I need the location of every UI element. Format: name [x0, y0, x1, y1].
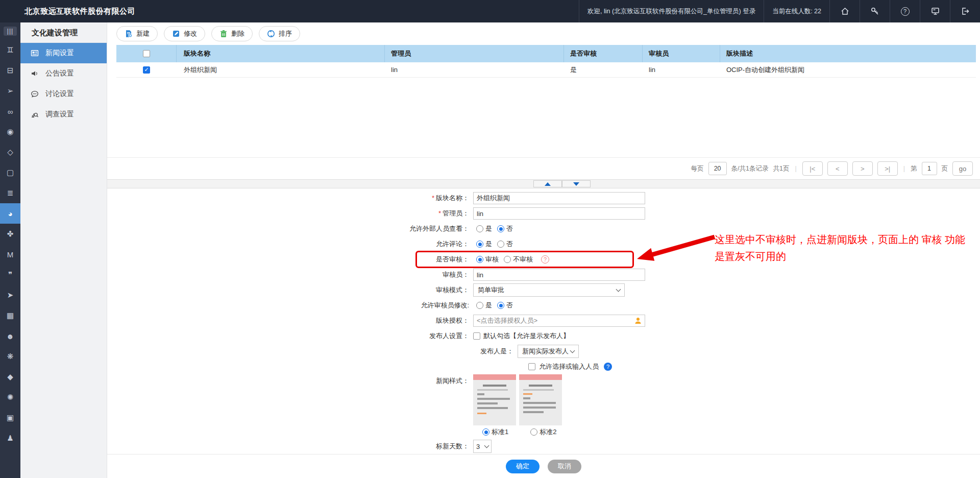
page-number-input[interactable]: 1	[922, 162, 937, 175]
external-view-yes-radio[interactable]: 是	[476, 224, 492, 233]
allow-input-help-icon[interactable]	[604, 363, 612, 371]
logout-icon[interactable]	[950, 0, 980, 22]
name-label: 版块名称：	[436, 194, 469, 202]
new-days-label: 标新天数：	[107, 442, 473, 451]
required-mark: *	[438, 209, 441, 217]
hex-flower-icon[interactable]: ❋	[0, 346, 20, 367]
app-icon-rail: ||| ♊ ⊟ ➢ ∞ ◉ ◇ ▢ ≣ ◕ ✤ M ❞ ➤ ▦ ☻ ❋ ◆ ✺ …	[0, 22, 20, 478]
row-checkbox[interactable]	[143, 66, 150, 74]
total-pages-label: 共1页	[773, 164, 790, 173]
audit-no-radio[interactable]: 不审核	[504, 255, 533, 264]
topbar-right: 欢迎, lin (北京致远互联软件股份有限公司_单位管理员) 登录 当前在线人数…	[579, 0, 980, 22]
name-input[interactable]	[473, 192, 645, 204]
gear-icon[interactable]: ✺	[0, 387, 20, 408]
modify-button[interactable]: 修改	[164, 26, 205, 41]
letter-m-icon[interactable]: M	[0, 244, 20, 265]
auditor-input[interactable]	[473, 269, 645, 281]
monitor-icon[interactable]	[920, 0, 950, 22]
sidebar-item-survey-settings[interactable]: 调查设置	[20, 104, 107, 125]
audit-mode-select[interactable]: 简单审批	[473, 283, 625, 297]
list-empty-space	[107, 78, 980, 157]
form-row-authorize: 版块授权： <点击选择授权人员>	[107, 313, 980, 328]
page-size-input[interactable]: 20	[708, 162, 727, 175]
cube-icon[interactable]: ◆	[0, 367, 20, 387]
sidebar-item-label: 公告设置	[45, 69, 74, 78]
sort-button[interactable]: 排序	[259, 26, 300, 41]
id-card-icon[interactable]: ⊟	[0, 60, 20, 81]
authorize-input[interactable]: <点击选择授权人员>	[473, 315, 645, 327]
comments-no-radio[interactable]: 否	[497, 240, 513, 249]
key-icon[interactable]	[860, 0, 890, 22]
cancel-button[interactable]: 取消	[548, 460, 581, 473]
go-button[interactable]: go	[952, 161, 973, 176]
collapse-down-button[interactable]	[562, 180, 591, 187]
audit-help-icon[interactable]	[541, 255, 549, 264]
external-view-no-radio[interactable]: 否	[497, 224, 513, 233]
column-header-name: 版块名称	[177, 45, 385, 62]
style2-radio[interactable]: 标准2	[530, 427, 556, 437]
form-row-publisher-is: 发布人是： 新闻实际发布人	[107, 344, 980, 359]
bar-chart-icon[interactable]: ▦	[0, 305, 20, 326]
cell-audited: 是	[564, 62, 643, 77]
person-icon[interactable]: ♟	[0, 428, 20, 448]
style1-radio[interactable]: 标准1	[482, 427, 508, 437]
app-clover-icon[interactable]: ✤	[0, 224, 20, 244]
prev-page-button[interactable]: <	[827, 161, 848, 176]
workflow-icon[interactable]: ∞	[0, 101, 20, 122]
paper-plane-icon[interactable]: ➤	[0, 285, 20, 305]
sidebar-item-announcement-settings[interactable]: 公告设置	[20, 63, 107, 84]
stack-icon[interactable]: ≣	[0, 183, 20, 203]
auditor-modify-yes-radio[interactable]: 是	[476, 301, 492, 310]
robot-icon[interactable]: ☻	[0, 326, 20, 346]
cursor-icon[interactable]: ➢	[0, 81, 20, 101]
home-icon[interactable]	[829, 0, 860, 22]
allow-input-checkbox[interactable]	[528, 363, 535, 370]
culture-fan-icon[interactable]: ◕	[0, 203, 20, 224]
form-row-auditor-modify: 允许审核员修改: 是 否	[107, 298, 980, 313]
sidebar-item-news-settings[interactable]: 新闻设置	[20, 43, 107, 63]
sidebar-item-discussion-settings[interactable]: 讨论设置	[20, 84, 107, 104]
ok-button[interactable]: 确定	[506, 460, 540, 473]
chevron-down-icon	[616, 286, 621, 292]
publisher-is-label: 发布人是：	[107, 347, 518, 356]
collapse-up-button[interactable]	[533, 180, 562, 187]
cube-outline-icon[interactable]: ◇	[0, 142, 20, 162]
chat-bubbles-icon[interactable]: ❞	[0, 265, 20, 285]
panel-splitter[interactable]	[107, 179, 980, 188]
column-header-admin: 管理员	[385, 45, 564, 62]
new-button[interactable]: 新建	[116, 26, 158, 41]
terminal-icon[interactable]: ▣	[0, 408, 20, 428]
menu-columns-icon[interactable]: |||	[0, 22, 20, 40]
comments-yes-radio[interactable]: 是	[476, 240, 492, 249]
new-days-select[interactable]: 3	[473, 440, 492, 453]
last-page-button[interactable]: >|	[877, 161, 898, 176]
pagination-bar: 每页 20 条/共1条记录 共1页 | |< < > >| | 第 1 页 go	[107, 157, 980, 179]
online-count: 当前在线人数: 22	[764, 0, 829, 22]
publisher-is-select[interactable]: 新闻实际发布人	[518, 345, 579, 358]
person-picker-icon[interactable]	[634, 317, 642, 324]
sidebar-item-label: 讨论设置	[45, 89, 74, 99]
first-page-button[interactable]: |<	[802, 161, 823, 176]
cap-badge-icon[interactable]: ◉	[0, 122, 20, 142]
form-row-new-days: 标新天数： 3	[107, 439, 980, 454]
sections-table: 版块名称 管理员 是否审核 审核员 版块描述 外组织新闻 lin 是 lin O…	[116, 45, 976, 78]
select-all-checkbox[interactable]	[143, 50, 150, 57]
next-page-button[interactable]: >	[852, 161, 873, 176]
delete-button[interactable]: 删除	[211, 26, 253, 41]
sidebar: 文化建设管理 新闻设置 公告设置 讨论设置 调查设置	[20, 22, 107, 478]
audit-mode-label: 审核模式：	[107, 285, 473, 295]
news-style-1-thumbnail[interactable]	[473, 374, 516, 425]
audit-yes-radio[interactable]: 审核	[476, 255, 499, 264]
form-row-auditor: 审核员：	[107, 267, 980, 282]
publisher-default-checkbox[interactable]	[473, 332, 480, 340]
table-row[interactable]: 外组织新闻 lin 是 lin OCIP-自动创建外组织新闻	[116, 62, 976, 78]
records-label: 条/共1条记录	[731, 164, 769, 173]
news-style-2-thumbnail[interactable]	[519, 374, 562, 425]
help-icon[interactable]: ?	[890, 0, 920, 22]
form-footer: 确定 取消	[107, 454, 980, 478]
auditor-modify-no-radio[interactable]: 否	[497, 301, 513, 310]
org-chart-icon[interactable]: ♊	[0, 40, 20, 60]
admin-input[interactable]	[473, 207, 645, 220]
list-toolbar: 新建 修改 删除 排序	[107, 22, 980, 45]
document-icon[interactable]: ▢	[0, 162, 20, 183]
